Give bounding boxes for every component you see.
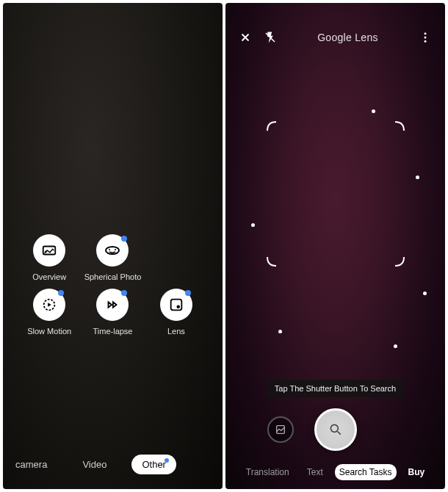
svg-line-14 — [337, 432, 340, 435]
focus-point — [278, 330, 282, 333]
topbar: Google Lens — [225, 29, 445, 46]
tab-buy[interactable]: Buy — [402, 464, 431, 480]
google-lens-screen: Google Lens Tap The Shutter Button To Se… — [225, 3, 445, 489]
new-indicator-dot — [165, 458, 169, 463]
focus-point — [251, 223, 255, 227]
svg-point-3 — [109, 249, 110, 250]
mode-overview[interactable]: Overview — [18, 234, 81, 281]
camera-modes-screen: Overview Spherical Photo Slow Motion Tim… — [3, 3, 223, 489]
mode-label: Spherical Photo — [84, 272, 142, 281]
new-indicator-dot — [121, 236, 127, 242]
search-icon — [328, 422, 343, 437]
time-lapse-icon — [96, 289, 129, 321]
svg-point-13 — [330, 424, 338, 432]
focus-point — [423, 292, 427, 295]
svg-point-7 — [176, 305, 180, 308]
slow-motion-icon — [33, 289, 65, 321]
new-indicator-dot — [121, 290, 127, 296]
shutter-button[interactable] — [314, 408, 357, 451]
tab-label: Other — [142, 459, 166, 470]
more-icon[interactable] — [416, 29, 434, 46]
new-indicator-dot — [58, 290, 64, 296]
tab-text[interactable]: Text — [301, 464, 329, 480]
mode-label: Lens — [167, 327, 185, 336]
overview-icon — [33, 234, 65, 267]
camera-controls — [225, 408, 445, 451]
mode-label: Overview — [32, 272, 66, 281]
gallery-button[interactable] — [267, 416, 294, 443]
mode-slow-motion[interactable]: Slow Motion — [18, 289, 81, 336]
tab-translation[interactable]: Translation — [240, 464, 295, 480]
tab-camera[interactable]: camera — [5, 455, 57, 474]
flash-off-icon[interactable] — [261, 29, 279, 46]
tab-search-tasks[interactable]: Search Tasks — [335, 464, 397, 480]
focus-point — [372, 109, 375, 113]
camera-mode-tabs: camera Video Other — [3, 455, 223, 474]
focus-point — [394, 344, 397, 348]
tab-video[interactable]: Video — [72, 455, 117, 474]
svg-point-11 — [424, 40, 427, 43]
lens-mode-tabs: Translation Text Search Tasks Buy — [225, 464, 445, 480]
hint-tooltip: Tap The Shutter Button To Search — [267, 380, 403, 397]
close-icon[interactable] — [236, 29, 254, 46]
mode-label: Slow Motion — [27, 327, 71, 336]
new-indicator-dot — [185, 290, 191, 296]
mode-label: Time-lapse — [93, 327, 132, 336]
svg-point-4 — [115, 249, 116, 250]
focus-point — [416, 176, 419, 179]
mode-spherical-photo[interactable]: Spherical Photo — [81, 234, 144, 281]
mode-lens[interactable]: Lens — [145, 289, 208, 336]
svg-rect-6 — [170, 300, 181, 311]
svg-point-9 — [424, 32, 427, 35]
focus-frame — [266, 120, 405, 267]
app-title: Google Lens — [279, 32, 416, 43]
mode-time-lapse[interactable]: Time-lapse — [81, 289, 144, 336]
lens-icon — [160, 289, 192, 321]
svg-point-10 — [424, 37, 427, 39]
spherical-icon — [96, 234, 129, 267]
tab-other[interactable]: Other — [131, 455, 176, 474]
modes-grid: Overview Spherical Photo Slow Motion Tim… — [18, 234, 208, 336]
